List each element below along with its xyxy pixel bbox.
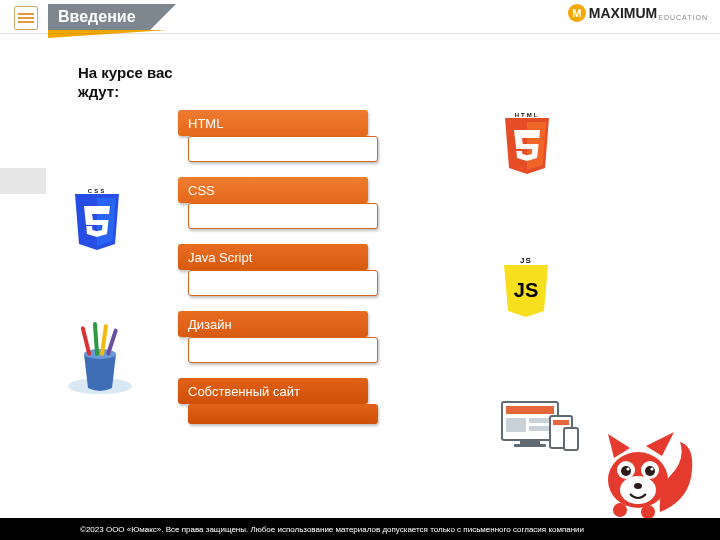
topic-label: Собственный сайт [188,384,300,399]
logo-mark-icon: M [568,4,586,22]
svg-rect-13 [514,444,546,447]
topics-list: HTML CSS Java Script Дизайн Собственный … [178,110,378,432]
topic-sub-bar [188,203,378,229]
svg-point-26 [613,503,627,517]
svg-point-21 [621,466,631,476]
topic-label: HTML [188,116,223,131]
design-tools-icon [60,318,140,402]
topic-sub-bar [188,404,378,424]
topic-label: Дизайн [188,317,232,332]
responsive-devices-icon [496,398,582,458]
topic-bar: Java Script [178,244,368,270]
svg-point-18 [620,476,656,504]
slide-title: Введение [58,8,136,26]
topic-design: Дизайн [178,311,378,363]
topic-sub-bar [188,270,378,296]
svg-point-27 [641,505,655,519]
slide-header: Введение M MAXIMUM EDUCATION [0,0,720,36]
topic-sub-bar [188,136,378,162]
topic-css: CSS [178,177,378,229]
topic-js: Java Script [178,244,378,296]
svg-point-24 [650,467,653,470]
logo-sub: EDUCATION [658,14,708,21]
js-icon: JS JS [500,256,552,325]
svg-text:JS: JS [514,279,538,301]
footer-text: ©2023 ООО «Юмакс». Все права защищены. Л… [80,525,584,534]
subtitle: На курсе вас ждут: [78,64,218,102]
fox-mascot-icon [590,420,700,524]
svg-point-23 [626,467,629,470]
svg-rect-9 [506,418,526,432]
topic-label: Java Script [188,250,252,265]
svg-rect-16 [564,428,578,450]
title-bar: Введение [48,4,150,30]
topic-sub-bar [188,337,378,363]
css3-icon: CSS [70,188,124,258]
svg-point-22 [645,466,655,476]
header-underline [0,33,720,34]
topic-label: CSS [188,183,215,198]
topic-bar: CSS [178,177,368,203]
topic-bar: HTML [178,110,368,136]
topic-bar: Собственный сайт [178,378,368,404]
footer: ©2023 ООО «Юмакс». Все права защищены. Л… [0,518,720,540]
topic-html: HTML [178,110,378,162]
slide: Введение M MAXIMUM EDUCATION На курсе ва… [0,0,720,540]
topic-bar: Дизайн [178,311,368,337]
svg-rect-8 [506,406,554,414]
html5-icon: HTML [500,112,554,182]
accent-triangle [48,30,168,38]
topic-own-site: Собственный сайт [178,378,378,424]
svg-point-25 [634,483,642,489]
doc-icon [14,6,38,30]
svg-rect-12 [520,440,540,444]
logo-brand: MAXIMUM [589,5,657,21]
left-tab-accent [0,168,46,194]
brand-logo: M MAXIMUM EDUCATION [568,4,708,22]
svg-rect-3 [80,326,91,356]
svg-rect-15 [553,420,569,425]
